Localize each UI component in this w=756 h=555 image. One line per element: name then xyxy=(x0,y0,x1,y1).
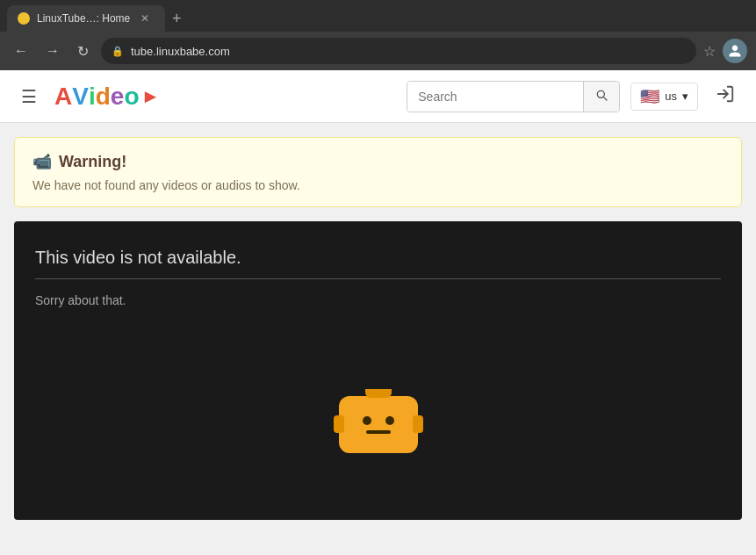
site-wrapper: ☰ AVideo► 🇺🇸 us ▾ 📹 Warning! We have not xyxy=(0,70,756,555)
hamburger-menu-button[interactable]: ☰ xyxy=(14,79,44,114)
warning-message: We have not found any videos or audios t… xyxy=(32,178,724,192)
video-unavailable-divider xyxy=(35,278,721,279)
active-tab[interactable]: LinuxTube…: Home ✕ xyxy=(7,5,165,32)
video-unavailable-title: This video is not available. xyxy=(35,248,241,268)
tab-favicon xyxy=(18,12,30,25)
robot-mouth xyxy=(366,430,391,434)
logo-letter-a: A xyxy=(54,83,72,111)
robot-body xyxy=(339,396,418,453)
robot-eyes xyxy=(363,416,394,425)
new-tab-button[interactable]: + xyxy=(165,10,189,28)
logo-letter-d: d xyxy=(96,83,111,111)
tab-bar: LinuxTube…: Home ✕ + xyxy=(0,0,756,32)
logo-letter-i: i xyxy=(89,83,96,111)
robot-eye-right xyxy=(385,416,394,425)
lock-icon: 🔒 xyxy=(112,46,124,57)
page-content: 📹 Warning! We have not found any videos … xyxy=(0,123,756,534)
logo-play-icon: ► xyxy=(141,85,161,108)
site-navbar: ☰ AVideo► 🇺🇸 us ▾ xyxy=(0,70,756,123)
tab-title: LinuxTube…: Home xyxy=(37,12,130,25)
search-input[interactable] xyxy=(407,82,583,112)
logo-letter-o: o xyxy=(124,83,139,111)
url-bar[interactable]: 🔒 tube.linuxbabe.com xyxy=(101,38,696,64)
site-logo[interactable]: AVideo► xyxy=(54,83,160,111)
warning-camera-icon: 📹 xyxy=(32,152,52,171)
reload-button[interactable]: ↻ xyxy=(72,40,94,63)
profile-button[interactable] xyxy=(723,39,747,63)
robot-eye-left xyxy=(363,416,371,425)
sad-robot-wrapper xyxy=(35,307,721,494)
warning-title-text: Warning! xyxy=(59,153,126,171)
browser-chrome: LinuxTube…: Home ✕ + ← → ↻ 🔒 tube.linuxb… xyxy=(0,0,756,70)
robot-notch xyxy=(365,389,392,398)
logo-letter-v: V xyxy=(72,83,89,111)
robot-ear-right xyxy=(413,415,423,433)
video-unavailable-panel: This video is not available. Sorry about… xyxy=(14,221,742,520)
url-text: tube.linuxbabe.com xyxy=(131,45,230,58)
back-button[interactable]: ← xyxy=(9,40,33,62)
search-button[interactable] xyxy=(583,82,619,112)
flag-icon: 🇺🇸 xyxy=(640,87,659,106)
warning-box: 📹 Warning! We have not found any videos … xyxy=(14,137,742,207)
lang-dropdown-arrow: ▾ xyxy=(682,90,688,103)
sad-robot-icon xyxy=(339,383,418,453)
address-bar: ← → ↻ 🔒 tube.linuxbabe.com ☆ xyxy=(0,32,756,70)
logo-letter-e: e xyxy=(111,83,125,111)
tab-close-button[interactable]: ✕ xyxy=(140,12,149,25)
video-sorry-text: Sorry about that. xyxy=(35,293,126,307)
login-button[interactable] xyxy=(709,81,742,112)
robot-ear-left xyxy=(334,415,344,433)
bookmark-button[interactable]: ☆ xyxy=(703,43,716,60)
lang-code: us xyxy=(665,90,677,103)
language-selector[interactable]: 🇺🇸 us ▾ xyxy=(630,83,698,111)
forward-button[interactable]: → xyxy=(40,40,65,62)
search-bar xyxy=(407,81,620,112)
warning-title: 📹 Warning! xyxy=(32,152,724,171)
